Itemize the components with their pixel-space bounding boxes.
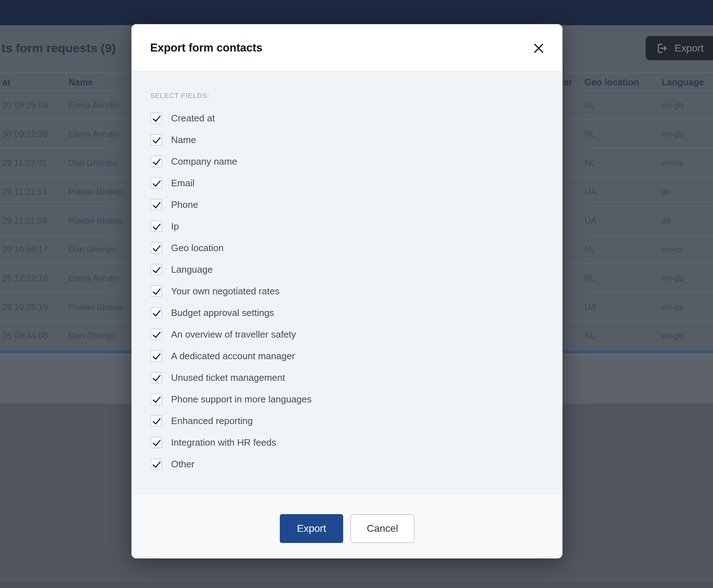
- field-label: Created at: [171, 113, 215, 124]
- field-row-unused-tickets: Unused ticket management: [151, 367, 285, 388]
- modal-body: SELECT FIELDS: Created at Name Company n…: [131, 72, 562, 494]
- cell-created-at: 29 10:58:17: [2, 235, 48, 263]
- cell-name: Dan Ghimpu: [68, 235, 117, 263]
- checkbox-checked[interactable]: [151, 242, 162, 254]
- field-row-enhanced-reporting: Enhanced reporting: [151, 410, 253, 432]
- field-row-company-name: Company name: [151, 151, 237, 172]
- field-row-negotiated-rates: Your own negotiated rates: [151, 280, 279, 302]
- field-row-ip: Ip: [151, 215, 179, 237]
- checkbox-checked[interactable]: [151, 329, 162, 340]
- cell-name: Роман Шквир: [68, 177, 122, 206]
- cell-created-at: 29 11:21:51: [2, 177, 47, 206]
- cell-created-at: 26 12:12:16: [2, 264, 48, 292]
- page-export-button[interactable]: Export: [646, 36, 713, 60]
- field-label: Unused ticket management: [171, 372, 285, 383]
- cell-created-at: 26 09:44:08: [2, 321, 48, 350]
- cell-name: Elena Avrutin: [68, 120, 119, 148]
- checkbox-checked[interactable]: [151, 458, 162, 470]
- page-bottom-band: [0, 582, 713, 588]
- checkbox-checked[interactable]: [151, 372, 162, 383]
- checkbox-checked[interactable]: [151, 437, 162, 448]
- col-header-language: Language: [662, 73, 704, 91]
- field-label: A dedicated account manager: [171, 351, 295, 362]
- col-header-name: Name: [68, 73, 93, 91]
- cell-geo: NL: [584, 264, 596, 292]
- cell-name: Elena Avrutin: [68, 264, 119, 292]
- checkbox-checked[interactable]: [151, 350, 162, 362]
- field-label: Email: [171, 178, 194, 189]
- field-label: Other: [171, 459, 194, 470]
- field-label: Phone support in more languages: [171, 394, 311, 405]
- cell-name: Dan Ghimpu: [68, 321, 117, 350]
- col-header-geo-location: Geo location: [584, 73, 639, 91]
- cell-language: de: [662, 177, 671, 206]
- checkbox-checked[interactable]: [151, 220, 162, 232]
- cell-geo: NL: [584, 148, 596, 177]
- cell-geo: NL: [584, 91, 596, 119]
- cell-language: en-us: [662, 293, 683, 321]
- cell-name: Роман Шквир: [68, 206, 122, 235]
- cell-language: de: [662, 206, 671, 235]
- cell-geo: NL: [584, 321, 596, 350]
- field-row-budget-approval: Budget approval settings: [151, 302, 274, 324]
- page-export-label: Export: [674, 43, 704, 54]
- field-label: Company name: [171, 156, 237, 167]
- modal-header: Export form contacts: [131, 24, 562, 71]
- checkbox-checked[interactable]: [151, 415, 162, 427]
- cell-name: Dan Ghimpu: [68, 148, 117, 177]
- close-icon: [532, 42, 545, 55]
- cell-name: Роман Шквир: [68, 293, 122, 321]
- cell-created-at: 30 09:22:39: [2, 120, 48, 148]
- field-row-other: Other: [151, 453, 194, 475]
- page-title: ts form requests (9): [1, 36, 116, 60]
- select-fields-label: SELECT FIELDS:: [150, 92, 210, 100]
- field-row-phone: Phone: [151, 194, 198, 215]
- field-label: Your own negotiated rates: [171, 286, 279, 297]
- field-label: Phone: [171, 199, 198, 210]
- modal-footer: Export Cancel: [131, 494, 562, 558]
- modal-export-button[interactable]: Export: [280, 514, 343, 543]
- cell-geo: NL: [584, 235, 596, 263]
- cell-language: en-gb: [662, 321, 683, 350]
- cell-created-at: 26 10:05:19: [2, 293, 48, 321]
- cell-language: en-us: [662, 148, 683, 177]
- field-label: Language: [171, 264, 213, 275]
- field-row-created-at: Created at: [151, 107, 215, 129]
- field-label: Geo location: [171, 242, 224, 254]
- field-label: Enhanced reporting: [171, 415, 253, 427]
- field-label: Integration with HR feeds: [171, 437, 276, 448]
- checkbox-checked[interactable]: [151, 156, 162, 167]
- col-header-truncated: er: [564, 73, 572, 91]
- checkbox-checked[interactable]: [151, 393, 162, 405]
- checkbox-checked[interactable]: [151, 134, 162, 146]
- cell-created-at: 29 11:21:08: [2, 206, 47, 235]
- field-label: Name: [171, 134, 196, 146]
- cell-geo: NL: [584, 120, 596, 148]
- field-label: Budget approval settings: [171, 307, 274, 318]
- field-row-email: Email: [151, 172, 194, 194]
- field-row-name: Name: [151, 129, 196, 151]
- field-row-account-manager: A dedicated account manager: [151, 345, 295, 367]
- export-form-contacts-modal: Export form contacts SELECT FIELDS: Crea…: [131, 24, 562, 558]
- col-header-created-at: at: [2, 73, 10, 91]
- cell-language: en-gb: [662, 120, 683, 148]
- checkbox-checked[interactable]: [151, 285, 162, 297]
- modal-title: Export form contacts: [150, 24, 263, 71]
- modal-cancel-button[interactable]: Cancel: [350, 514, 414, 543]
- close-button[interactable]: [530, 40, 547, 57]
- field-row-phone-support: Phone support in more languages: [151, 388, 311, 410]
- top-nav-bar: [0, 0, 713, 25]
- export-icon: [656, 42, 669, 55]
- checkbox-checked[interactable]: [151, 199, 162, 210]
- checkbox-checked[interactable]: [151, 112, 162, 124]
- cell-language: en-gb: [662, 264, 683, 292]
- checkbox-checked[interactable]: [151, 177, 162, 189]
- checkbox-checked[interactable]: [151, 264, 162, 275]
- cell-name: Elena Avrutin: [68, 91, 119, 119]
- cell-geo: UA: [584, 206, 596, 235]
- field-label: An overview of traveller safety: [171, 329, 296, 340]
- cell-language: en-us: [662, 235, 683, 263]
- cell-created-at: 29 11:23:01: [2, 148, 47, 177]
- checkbox-checked[interactable]: [151, 307, 162, 318]
- field-label: Ip: [171, 221, 179, 232]
